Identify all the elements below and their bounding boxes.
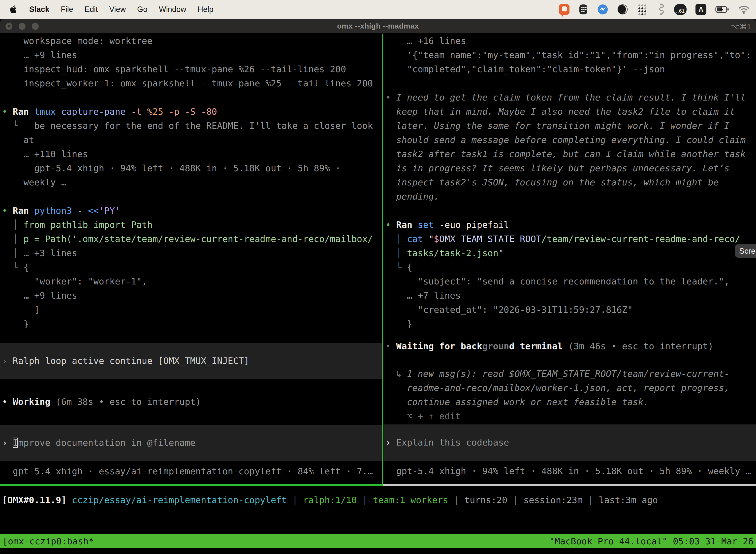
terminal-line: └ { [0,260,382,274]
menu-item-file[interactable]: File [61,5,73,14]
terminal-text-seg-0: later. Using the same for transition mig… [385,121,730,131]
waiting-status-seg-4: (3m 46s • esc to interrupt) [563,341,713,351]
terminal-line: workspace_mode: worktree [0,34,382,48]
pane-status-right-seg-0: gpt-5.4 xhigh · 94% left · 488K in · 5.1… [385,466,751,476]
terminal-text-seg-0: } [385,319,412,329]
zoom-button[interactable] [32,23,39,30]
thinking-text-seg-0: • [385,92,396,103]
thinking-text-seg-1: I need to get the claim token from the c… [396,92,746,103]
tmux-pane-right[interactable]: … +16 lines '{"team_name":"my-team","tas… [383,34,756,484]
terminal-text-seg-0: workspace_mode: worktree [2,36,152,46]
dots-grid-icon[interactable] [637,2,648,16]
terminal-text-seg-0: │ [2,248,23,258]
close-button[interactable] [5,23,12,30]
terminal-text-seg-0: gpt-5.4 xhigh · 94% left · 488K in · 5.1… [2,163,340,173]
terminal-line: task2 after task1 is complete, but can I… [383,147,756,161]
omx-status-seg-2: | [292,495,303,505]
terminal-line: │ tasks/task-2.json" [383,246,756,260]
terminal-text-seg-0: "subject": "send a concise recommendatio… [385,276,730,286]
command-ran-python3-seg-0: • [2,206,13,216]
menu-item-window[interactable]: Window [159,5,186,14]
menu-item-go[interactable]: Go [137,5,147,14]
battery-badge-icon[interactable]: ..61 [674,4,687,15]
terminal-window: omx --xhigh --madmax ⌥⌘1 workspace_mode:… [0,19,756,554]
terminal-line: "created_at": "2026-03-31T11:59:27.816Z" [383,302,756,317]
battery-icon[interactable] [715,2,729,16]
menu-item-help[interactable]: Help [198,5,213,14]
omx-status-seg-10: | [588,495,599,505]
working-status-seg-2: (6m 38s • esc to interrupt) [50,397,201,407]
thinking-text: • I need to get the claim token from the… [383,90,756,105]
pane-status-left-seg-0: gpt-5.4 xhigh · essay/ai-reimplementatio… [2,466,373,476]
menu-item-view[interactable]: View [109,5,126,14]
terminal-text-seg-0: should send a message before completing … [385,135,746,145]
terminal-text-seg-3: $ [434,234,439,244]
terminal-text-seg-0: continue assigned work or next feasible … [385,397,649,407]
wifi-icon[interactable] [738,2,750,16]
terminal-line: … +16 lines [383,34,756,48]
edit-hint: ⌥ + ↑ edit [383,409,756,423]
terminal-line: "worker": "worker-1", [0,274,382,288]
command-ran-set-seg-3: set [418,220,434,230]
tmux-pane-left[interactable]: workspace_mode: worktree … +9 lines insp… [0,34,382,484]
apple-logo-icon[interactable] [9,2,18,16]
window-title-bar[interactable]: omx --xhigh --madmax ⌥⌘1 [0,19,756,34]
command-ran-tmux-seg-1: Ran [13,107,29,117]
terminal-line: } [383,317,756,331]
terminal-line: is in progress? It seems likely but perh… [383,161,756,175]
terminal-text-seg-0: at [2,135,34,145]
omx-status-seg-11: last:3m ago [599,495,658,505]
terminal-line: … +110 lines [0,147,382,161]
terminal-text-seg-0: "created_at": "2026-03-31T11:59:27.816Z" [385,304,633,315]
omx-status-seg-9: session:23m [523,495,588,505]
spacer [0,409,382,425]
terminal-line: '{"team_name":"my-team","task_id":"1","f… [383,48,756,62]
keypad-shield-icon[interactable] [578,2,588,16]
pane-status-right: gpt-5.4 xhigh · 94% left · 488K in · 5.1… [383,464,756,478]
terminal-text-seg-1: p = Path('.omx/state/team/review-current… [23,234,373,244]
terminal-text-seg-1: cat [407,234,429,244]
minimize-button[interactable] [19,23,25,30]
command-ran-set-seg-4: -euo pipefail [434,220,509,230]
command-ran-tmux-seg-6: %25 [142,107,164,117]
terminal-text-seg-0: inspect_hud: omx sparkshell --tmux-pane … [2,64,346,74]
terminal-content: workspace_mode: worktree … +9 lines insp… [0,34,756,554]
pane-divider-vertical[interactable] [382,34,383,485]
terminal-line: │ … +3 lines [0,246,382,260]
omx-status-seg-8: | [513,495,523,505]
terminal-line: later. Using the same for transition mig… [383,119,756,133]
prompt-input-left[interactable]: › Improve documentation in @filename [0,425,382,461]
terminal-text-seg-1: { [407,262,413,272]
menu-item-edit[interactable]: Edit [84,5,98,14]
edit-hint-seg-0: ⌥ + ↑ edit [385,411,460,421]
terminal-line: weekly … [0,175,382,189]
terminal-text-seg-0: │ [385,248,407,258]
omx-status-line: [OMX#0.11.9] cczip/essay/ai-reimplementa… [0,493,756,507]
terminal-text-seg-0: } [2,319,29,329]
spacer [0,461,382,464]
command-ran-python3-seg-6: 'PY' [99,206,120,216]
messenger-icon[interactable] [597,2,608,16]
command-ran-python3-seg-4: - [72,206,88,216]
notification-chat-icon[interactable] [559,2,569,16]
terminal-text-seg-0: readme-and-reco/mailbox/worker-1.json, a… [385,383,730,393]
terminal-text-seg-0: │ [2,234,23,244]
input-source-icon[interactable]: A [695,4,706,15]
command-ran-tmux: • Ran tmux capture-pane -t %25 -p -S -80 [0,105,382,119]
terminal-text-seg-0: … +16 lines [385,36,466,46]
terminal-line: should send a message before completing … [383,133,756,147]
menu-app-name[interactable]: Slack [29,5,49,14]
waiting-status: • Waiting for background terminal (3m 46… [383,339,756,353]
terminal-line [383,76,756,90]
contrast-moon-icon[interactable] [617,2,628,16]
omx-status-seg-5: team:1 workers [373,495,454,505]
dragon-icon[interactable] [657,2,665,16]
command-ran-tmux-seg-7: -p -S -80 [163,107,217,117]
waiting-status-seg-3: d terminal [509,341,563,351]
prompt-input-right[interactable]: › Explain this codebase [383,425,756,461]
terminal-text-seg-0: inspect_worker-1: omx sparkshell --tmux-… [2,78,373,88]
spacer [383,353,756,367]
terminal-line: inspect task2's JSON, focusing on the st… [383,175,756,189]
terminal-text-seg-0: … +7 lines [385,290,460,300]
terminal-text-seg-0: └ [385,262,407,272]
